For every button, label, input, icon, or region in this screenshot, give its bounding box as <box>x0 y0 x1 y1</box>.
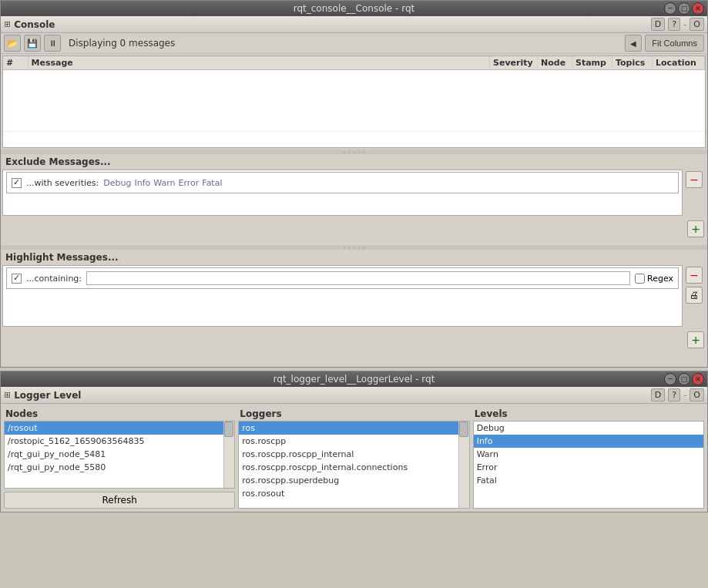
loggers-label: Loggers <box>238 407 469 421</box>
highlight-filter-row: ...containing: Regex <box>6 267 679 289</box>
plus-icon-2: + <box>691 334 700 346</box>
node-item-rqt-5481[interactable]: /rqt_gui_py_node_5481 <box>5 448 234 461</box>
console-toolbar: 📂 💾 ⏸ Displaying 0 messages ◀ Fit Column… <box>1 33 707 54</box>
open-file-btn[interactable]: 📂 <box>4 35 21 52</box>
level-error[interactable]: Error <box>474 461 703 474</box>
refresh-btn[interactable]: Refresh <box>4 492 235 509</box>
logger-close-btn[interactable]: ✕ <box>692 373 704 385</box>
console-title-bar: rqt_console__Console - rqt ─ □ ✕ <box>1 1 707 16</box>
nodes-label: Nodes <box>4 407 235 421</box>
exclude-list: ...with severities: Debug Info Warn Erro… <box>2 170 683 216</box>
pause-btn[interactable]: ⏸ <box>44 35 61 52</box>
logger-d-button[interactable]: D <box>651 388 665 402</box>
highlight-checkbox[interactable] <box>12 274 22 284</box>
console-header-right: D ? - O <box>651 18 704 31</box>
logger-item-ros[interactable]: ros <box>239 422 468 435</box>
print-icon: 🖨 <box>690 290 699 301</box>
exclude-remove-btn[interactable]: − <box>686 171 703 188</box>
loggers-pane: Loggers ros ros.roscpp ros.roscpp.roscpp… <box>238 407 469 509</box>
highlight-section-header: Highlight Messages... <box>1 250 707 265</box>
exclude-filter-row: ...with severities: Debug Info Warn Erro… <box>6 172 679 193</box>
console-window-title: rqt_console__Console - rqt <box>294 3 415 14</box>
message-table-container: # Message Severity Node Stamp Topics Loc… <box>2 55 706 148</box>
sev-fatal: Fatal <box>202 178 222 188</box>
pause-icon: ⏸ <box>49 39 57 48</box>
levels-list[interactable]: Debug Info Warn Error Fatal <box>473 421 704 509</box>
logger-minimize-btn[interactable]: ─ <box>664 373 676 385</box>
level-warn[interactable]: Warn <box>474 448 703 461</box>
loggers-list[interactable]: ros ros.roscpp ros.roscpp.roscpp_interna… <box>238 421 469 509</box>
message-table: # Message Severity Node Stamp Topics Loc… <box>3 56 705 132</box>
highlight-container: ...containing: Regex − 🖨 <box>2 265 706 327</box>
highlight-input[interactable] <box>86 271 630 285</box>
highlight-print-btn[interactable]: 🖨 <box>686 287 703 304</box>
col-stamp: Stamp <box>572 56 612 70</box>
console-minimize-btn[interactable]: ─ <box>664 2 676 15</box>
logger-help-button[interactable]: ? <box>668 388 680 402</box>
level-debug[interactable]: Debug <box>474 422 703 435</box>
nodes-scroll-thumb[interactable] <box>224 422 233 437</box>
sev-error: Error <box>179 178 200 188</box>
save-file-btn[interactable]: 💾 <box>24 35 41 52</box>
help-button[interactable]: ? <box>668 18 680 31</box>
exclude-section-header: Exclude Messages... <box>1 154 707 170</box>
loggers-scrollbar[interactable] <box>458 422 469 508</box>
console-win-controls: ─ □ ✕ <box>664 2 704 15</box>
highlight-add-btn[interactable]: + <box>687 331 704 348</box>
col-topics: Topics <box>612 56 653 70</box>
nodes-scrollbar[interactable] <box>223 422 234 488</box>
highlight-side-btns: − 🖨 <box>683 265 706 305</box>
logger-header-right: D ? - O <box>651 388 704 402</box>
sev-debug: Debug <box>103 178 131 188</box>
console-panel-header: ⊞ Console D ? - O <box>1 16 707 33</box>
logger-panel-title: Logger Level <box>14 390 81 401</box>
logger-separator: - <box>683 390 686 401</box>
logger-maximize-btn[interactable]: □ <box>678 373 690 385</box>
logger-item-roscpp-connections[interactable]: ros.roscpp.roscpp_internal.connections <box>239 461 468 474</box>
empty-rows <box>3 70 705 132</box>
logger-item-rosout[interactable]: ros.rosout <box>239 487 468 500</box>
logger-item-superdebug[interactable]: ros.roscpp.superdebug <box>239 474 468 487</box>
logger-item-roscpp[interactable]: ros.roscpp <box>239 435 468 448</box>
console-status: Displaying 0 messages <box>64 38 175 49</box>
levels-pane: Levels Debug Info Warn Error Fatal <box>473 407 704 509</box>
console-close-x[interactable]: O <box>690 18 704 31</box>
col-node: Node <box>538 56 572 70</box>
logger-window: rqt_logger_level__LoggerLevel - rqt ─ □ … <box>0 371 708 512</box>
console-close-btn[interactable]: ✕ <box>692 2 704 15</box>
d-button[interactable]: D <box>651 18 665 31</box>
node-item-rqt-5580[interactable]: /rqt_gui_py_node_5580 <box>5 461 234 474</box>
logger-panel-icon: ⊞ <box>4 390 11 400</box>
exclude-add-btn[interactable]: + <box>687 220 704 237</box>
toolbar-right: ◀ Fit Columns <box>625 35 704 52</box>
console-maximize-btn[interactable]: □ <box>678 2 690 15</box>
logger-title-bar: rqt_logger_level__LoggerLevel - rqt ─ □ … <box>1 371 707 387</box>
level-fatal[interactable]: Fatal <box>474 474 703 487</box>
table-header-row: # Message Severity Node Stamp Topics Loc… <box>3 56 705 70</box>
regex-checkbox[interactable] <box>635 274 645 284</box>
logger-item-roscpp-internal[interactable]: ros.roscpp.roscpp_internal <box>239 448 468 461</box>
level-info[interactable]: Info <box>474 435 703 448</box>
highlight-add-area: + <box>1 328 707 367</box>
exclude-label: Exclude Messages... <box>5 156 111 167</box>
separator: - <box>683 19 686 30</box>
sev-warn: Warn <box>153 178 175 188</box>
node-item-rosout[interactable]: /rosout <box>5 422 234 435</box>
levels-label: Levels <box>473 407 704 421</box>
minus-icon-2: − <box>690 269 699 281</box>
logger-content: Nodes /rosout /rostopic_5162_16590635648… <box>1 404 707 512</box>
regex-label: Regex <box>635 274 673 284</box>
logger-close-x[interactable]: O <box>690 388 704 402</box>
nodes-list[interactable]: /rosout /rostopic_5162_1659063564835 /rq… <box>4 421 235 489</box>
col-hash: # <box>3 56 28 70</box>
loggers-scroll-thumb[interactable] <box>459 422 468 437</box>
highlight-filter-label: ...containing: <box>26 274 82 284</box>
node-item-rostopic[interactable]: /rostopic_5162_1659063564835 <box>5 435 234 448</box>
fit-columns-btn[interactable]: Fit Columns <box>645 35 704 52</box>
regex-text: Regex <box>647 274 673 284</box>
exclude-checkbox[interactable] <box>12 178 22 188</box>
logger-window-title: rqt_logger_level__LoggerLevel - rqt <box>273 374 435 385</box>
highlight-remove-btn[interactable]: − <box>686 267 703 284</box>
scroll-left-btn[interactable]: ◀ <box>625 35 642 52</box>
logger-panel-header: ⊞ Logger Level D ? - O <box>1 387 707 404</box>
